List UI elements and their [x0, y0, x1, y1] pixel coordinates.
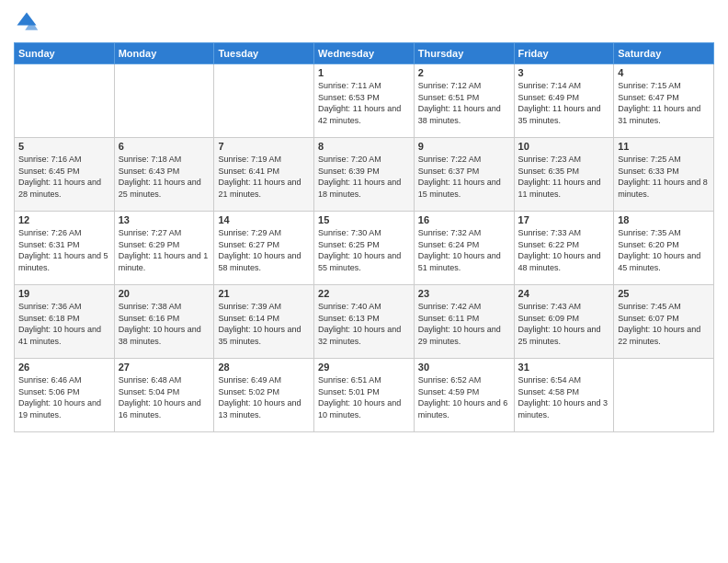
day-number: 3 [518, 67, 610, 78]
day-number: 18 [618, 214, 710, 225]
calendar-cell [614, 359, 714, 432]
day-number: 21 [218, 288, 310, 299]
day-info: Sunrise: 7:32 AM Sunset: 6:24 PM Dayligh… [418, 227, 510, 273]
day-number: 2 [418, 67, 510, 78]
day-info: Sunrise: 7:23 AM Sunset: 6:35 PM Dayligh… [518, 154, 610, 200]
day-number: 1 [318, 67, 410, 78]
day-number: 27 [119, 362, 210, 373]
day-info: Sunrise: 6:49 AM Sunset: 5:02 PM Dayligh… [218, 374, 310, 420]
weekday-header-row: SundayMondayTuesdayWednesdayThursdayFrid… [15, 43, 714, 64]
day-info: Sunrise: 7:38 AM Sunset: 6:16 PM Dayligh… [119, 301, 210, 347]
calendar-cell: 15Sunrise: 7:30 AM Sunset: 6:25 PM Dayli… [314, 212, 415, 285]
day-number: 23 [418, 288, 510, 299]
week-row-2: 12Sunrise: 7:26 AM Sunset: 6:31 PM Dayli… [15, 212, 714, 285]
calendar-cell: 11Sunrise: 7:25 AM Sunset: 6:33 PM Dayli… [614, 138, 714, 212]
calendar-cell: 18Sunrise: 7:35 AM Sunset: 6:20 PM Dayli… [614, 212, 714, 285]
calendar-cell: 3Sunrise: 7:14 AM Sunset: 6:49 PM Daylig… [514, 64, 614, 138]
day-number: 26 [18, 362, 110, 373]
calendar-cell: 28Sunrise: 6:49 AM Sunset: 5:02 PM Dayli… [214, 359, 314, 432]
calendar-cell [15, 64, 115, 138]
calendar-cell: 19Sunrise: 7:36 AM Sunset: 6:18 PM Dayli… [15, 285, 115, 359]
calendar-cell: 1Sunrise: 7:11 AM Sunset: 6:53 PM Daylig… [314, 64, 415, 138]
day-info: Sunrise: 7:11 AM Sunset: 6:53 PM Dayligh… [318, 80, 410, 126]
logo-icon [14, 9, 40, 35]
day-number: 19 [18, 288, 110, 299]
calendar-cell: 14Sunrise: 7:29 AM Sunset: 6:27 PM Dayli… [214, 212, 314, 285]
day-number: 28 [218, 362, 310, 373]
week-row-3: 19Sunrise: 7:36 AM Sunset: 6:18 PM Dayli… [15, 285, 714, 359]
calendar-cell: 26Sunrise: 6:46 AM Sunset: 5:06 PM Dayli… [15, 359, 115, 432]
day-number: 8 [318, 141, 410, 152]
day-number: 22 [318, 288, 410, 299]
calendar-cell: 13Sunrise: 7:27 AM Sunset: 6:29 PM Dayli… [114, 212, 214, 285]
calendar-cell: 24Sunrise: 7:43 AM Sunset: 6:09 PM Dayli… [514, 285, 614, 359]
calendar-cell: 22Sunrise: 7:40 AM Sunset: 6:13 PM Dayli… [314, 285, 415, 359]
day-info: Sunrise: 6:48 AM Sunset: 5:04 PM Dayligh… [119, 374, 210, 420]
day-info: Sunrise: 6:52 AM Sunset: 4:59 PM Dayligh… [418, 374, 510, 420]
day-number: 20 [119, 288, 210, 299]
calendar-cell: 9Sunrise: 7:22 AM Sunset: 6:37 PM Daylig… [414, 138, 514, 212]
weekday-header-wednesday: Wednesday [314, 43, 415, 64]
day-info: Sunrise: 6:54 AM Sunset: 4:58 PM Dayligh… [518, 374, 610, 420]
day-number: 24 [518, 288, 610, 299]
calendar-cell: 23Sunrise: 7:42 AM Sunset: 6:11 PM Dayli… [414, 285, 514, 359]
calendar-cell: 20Sunrise: 7:38 AM Sunset: 6:16 PM Dayli… [114, 285, 214, 359]
day-number: 10 [518, 141, 610, 152]
week-row-1: 5Sunrise: 7:16 AM Sunset: 6:45 PM Daylig… [15, 138, 714, 212]
calendar-cell: 4Sunrise: 7:15 AM Sunset: 6:47 PM Daylig… [614, 64, 714, 138]
logo [14, 9, 43, 35]
header [14, 9, 714, 35]
day-info: Sunrise: 7:27 AM Sunset: 6:29 PM Dayligh… [119, 227, 210, 273]
weekday-header-friday: Friday [514, 43, 614, 64]
weekday-header-sunday: Sunday [15, 43, 115, 64]
calendar-cell: 12Sunrise: 7:26 AM Sunset: 6:31 PM Dayli… [15, 212, 115, 285]
day-number: 11 [618, 141, 710, 152]
calendar-cell [214, 64, 314, 138]
day-number: 12 [18, 214, 110, 225]
day-info: Sunrise: 7:39 AM Sunset: 6:14 PM Dayligh… [218, 301, 310, 347]
day-info: Sunrise: 7:16 AM Sunset: 6:45 PM Dayligh… [18, 154, 110, 200]
day-info: Sunrise: 7:40 AM Sunset: 6:13 PM Dayligh… [318, 301, 410, 347]
calendar-cell: 17Sunrise: 7:33 AM Sunset: 6:22 PM Dayli… [514, 212, 614, 285]
day-info: Sunrise: 7:29 AM Sunset: 6:27 PM Dayligh… [218, 227, 310, 273]
calendar-cell [114, 64, 214, 138]
day-number: 13 [119, 214, 210, 225]
day-info: Sunrise: 6:51 AM Sunset: 5:01 PM Dayligh… [318, 374, 410, 420]
day-number: 29 [318, 362, 410, 373]
calendar-cell: 6Sunrise: 7:18 AM Sunset: 6:43 PM Daylig… [114, 138, 214, 212]
day-info: Sunrise: 7:19 AM Sunset: 6:41 PM Dayligh… [218, 154, 310, 200]
calendar-cell: 10Sunrise: 7:23 AM Sunset: 6:35 PM Dayli… [514, 138, 614, 212]
calendar-cell: 31Sunrise: 6:54 AM Sunset: 4:58 PM Dayli… [514, 359, 614, 432]
page: SundayMondayTuesdayWednesdayThursdayFrid… [0, 0, 728, 563]
day-info: Sunrise: 7:14 AM Sunset: 6:49 PM Dayligh… [518, 80, 610, 126]
calendar-cell: 16Sunrise: 7:32 AM Sunset: 6:24 PM Dayli… [414, 212, 514, 285]
day-info: Sunrise: 7:36 AM Sunset: 6:18 PM Dayligh… [18, 301, 110, 347]
weekday-header-saturday: Saturday [614, 43, 714, 64]
calendar-cell: 5Sunrise: 7:16 AM Sunset: 6:45 PM Daylig… [15, 138, 115, 212]
calendar-cell: 21Sunrise: 7:39 AM Sunset: 6:14 PM Dayli… [214, 285, 314, 359]
day-info: Sunrise: 7:33 AM Sunset: 6:22 PM Dayligh… [518, 227, 610, 273]
day-number: 4 [618, 67, 710, 78]
day-info: Sunrise: 7:18 AM Sunset: 6:43 PM Dayligh… [119, 154, 210, 200]
calendar-cell: 2Sunrise: 7:12 AM Sunset: 6:51 PM Daylig… [414, 64, 514, 138]
calendar-cell: 30Sunrise: 6:52 AM Sunset: 4:59 PM Dayli… [414, 359, 514, 432]
day-number: 15 [318, 214, 410, 225]
day-info: Sunrise: 7:35 AM Sunset: 6:20 PM Dayligh… [618, 227, 710, 273]
day-info: Sunrise: 7:45 AM Sunset: 6:07 PM Dayligh… [618, 301, 710, 347]
day-number: 9 [418, 141, 510, 152]
day-number: 7 [218, 141, 310, 152]
calendar-cell: 7Sunrise: 7:19 AM Sunset: 6:41 PM Daylig… [214, 138, 314, 212]
day-number: 30 [418, 362, 510, 373]
calendar-cell: 27Sunrise: 6:48 AM Sunset: 5:04 PM Dayli… [114, 359, 214, 432]
calendar-cell: 25Sunrise: 7:45 AM Sunset: 6:07 PM Dayli… [614, 285, 714, 359]
day-info: Sunrise: 7:30 AM Sunset: 6:25 PM Dayligh… [318, 227, 410, 273]
calendar-table: SundayMondayTuesdayWednesdayThursdayFrid… [14, 42, 714, 432]
weekday-header-thursday: Thursday [414, 43, 514, 64]
day-info: Sunrise: 6:46 AM Sunset: 5:06 PM Dayligh… [18, 374, 110, 420]
day-number: 14 [218, 214, 310, 225]
day-info: Sunrise: 7:20 AM Sunset: 6:39 PM Dayligh… [318, 154, 410, 200]
day-info: Sunrise: 7:42 AM Sunset: 6:11 PM Dayligh… [418, 301, 510, 347]
week-row-0: 1Sunrise: 7:11 AM Sunset: 6:53 PM Daylig… [15, 64, 714, 138]
day-number: 6 [119, 141, 210, 152]
day-number: 17 [518, 214, 610, 225]
